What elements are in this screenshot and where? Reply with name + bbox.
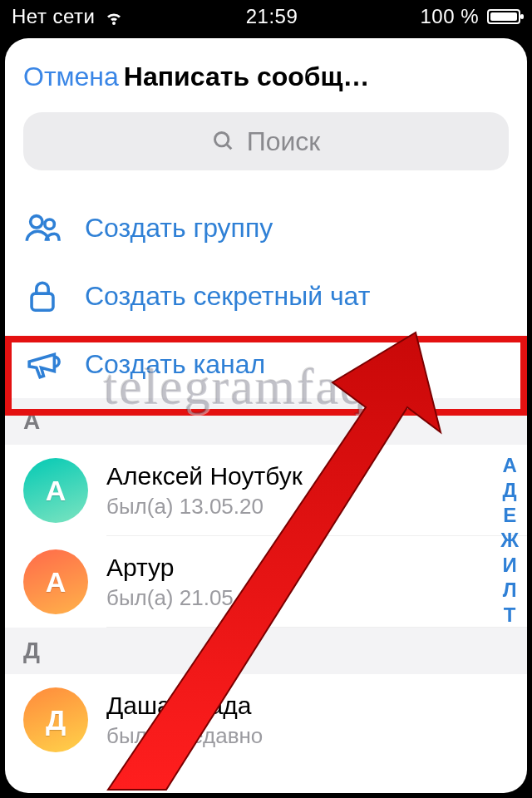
contact-row[interactable]: А Алексей Ноутбук был(а) 13.05.20 — [5, 445, 527, 536]
option-label: Создать канал — [85, 349, 265, 380]
battery-icon — [487, 9, 520, 24]
index-letter[interactable]: И — [500, 554, 519, 577]
battery-percent: 100 % — [420, 5, 479, 28]
index-letter[interactable]: Л — [500, 579, 519, 602]
option-create-secret-chat[interactable]: Создать секретный чат — [5, 262, 527, 330]
avatar: Д — [23, 687, 88, 752]
option-label: Создать секретный чат — [85, 281, 370, 312]
index-letter[interactable]: Е — [500, 504, 519, 527]
section-header-d: Д — [5, 628, 527, 674]
option-create-group[interactable]: Создать группу — [5, 194, 527, 262]
search-placeholder: Поиск — [247, 126, 321, 157]
compose-sheet: Отмена Написать сообщ… Поиск Создать гру… — [5, 38, 527, 793]
svg-point-3 — [45, 219, 55, 229]
megaphone-icon — [23, 345, 62, 383]
index-letter[interactable]: Д — [500, 479, 519, 502]
wifi-icon — [104, 7, 124, 27]
svg-point-2 — [31, 216, 42, 228]
search-icon — [212, 130, 235, 153]
svg-point-0 — [214, 133, 228, 146]
contact-name: Даша Влада — [106, 692, 263, 720]
network-status: Нет сети — [12, 5, 96, 28]
option-label: Создать группу — [85, 213, 273, 244]
page-title: Написать сообщ… — [124, 62, 509, 92]
contact-status: был(а) 13.05.20 — [106, 494, 303, 520]
search-input[interactable]: Поиск — [23, 112, 509, 170]
contact-status: был(а) недавно — [106, 723, 263, 749]
svg-line-1 — [226, 145, 231, 150]
avatar: А — [23, 458, 88, 523]
option-create-channel[interactable]: Создать канал — [5, 330, 527, 398]
status-bar: Нет сети 21:59 100 % — [0, 0, 532, 33]
contact-status: был(а) 21.05.20 — [106, 585, 264, 611]
alphabet-index[interactable]: А Д Е Ж И Л Т — [500, 454, 519, 627]
index-letter[interactable]: Т — [500, 603, 519, 627]
contact-row[interactable]: А Артур был(а) 21.05.20 — [5, 536, 527, 628]
index-letter[interactable]: А — [500, 454, 519, 477]
group-icon — [23, 209, 62, 247]
avatar: А — [23, 549, 88, 614]
index-letter[interactable]: Ж — [500, 529, 519, 552]
contact-name: Алексей Ноутбук — [106, 462, 303, 490]
contact-row[interactable]: Д Даша Влада был(а) недавно — [5, 674, 527, 766]
svg-rect-4 — [32, 293, 53, 310]
section-header-a: А — [5, 398, 527, 445]
clock-time: 21:59 — [246, 5, 298, 28]
contact-name: Артур — [106, 554, 264, 582]
lock-icon — [23, 277, 62, 315]
cancel-button[interactable]: Отмена — [23, 62, 119, 92]
